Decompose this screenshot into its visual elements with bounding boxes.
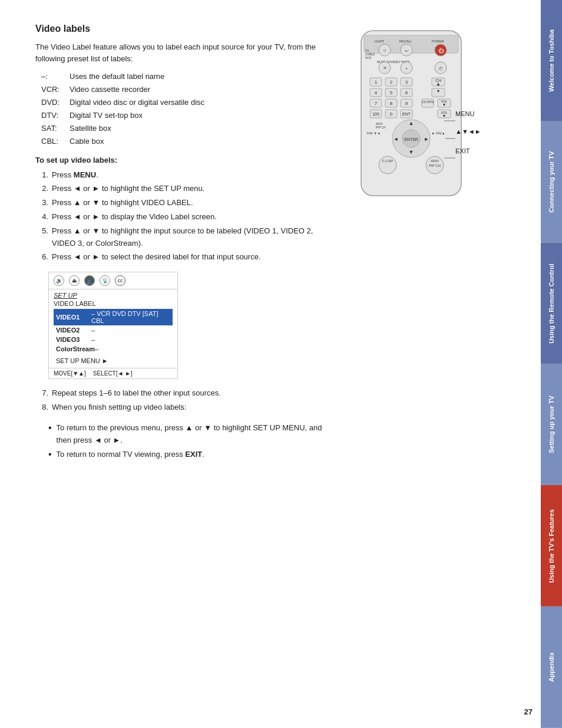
svg-text:1: 1 [375,80,378,85]
tab-appendix[interactable]: Appendix [541,607,562,728]
svg-text:PIP CH: PIP CH [429,164,441,167]
page-number: 27 [524,707,533,716]
label-item-cbl: CBL: Cable box [41,135,335,148]
svg-text:VCR: VCR [365,56,372,60]
step-1: 1. Press MENU. [35,169,335,182]
svg-text:☼: ☼ [382,47,387,53]
screen-footer-select: SELECT[◄ ►] [93,370,133,377]
menu-annotation: MENU [455,109,474,118]
svg-text:6: 6 [405,90,408,95]
tab-remote[interactable]: Using the Remote Control [541,243,562,364]
svg-text:RECALL: RECALL [399,39,412,43]
tab-welcome[interactable]: Welcome to Toshiba [541,0,562,121]
screen-row-video1: VIDEO1 – VCR DVD DTV [SAT] CBL [54,309,173,325]
screen-row-colorstream: ColorStream – [54,344,173,354]
svg-text:↩: ↩ [405,48,409,54]
screen-header: 🔊 ⏏ 📺 📡 cc [49,272,177,289]
svg-text:C.CAP: C.CAP [382,159,393,163]
screen-row-video3: VIDEO3 – [54,335,173,344]
step-8: 8. When you finish setting up video labe… [35,401,335,414]
steps-cont-list: 7. Repeat steps 1–6 to label the other i… [35,387,335,414]
main-content: Video labels The Video Label feature all… [0,0,541,728]
screen-image: 🔊 ⏏ 📺 📡 cc SET UP VIDEO LABEL VIDEO1 – V… [48,272,178,379]
screen-footer-move: MOVE[▼▲] [54,370,86,377]
step-2: 2. Press ◄ or ► to highlight the SET UP … [35,183,335,195]
screen-footer: MOVE[▼▲] SELECT[◄ ►] [49,368,177,378]
svg-text:▲: ▲ [436,81,441,87]
screen-row-video2: VIDEO2 – [54,325,173,335]
svg-text:POWER: POWER [432,39,444,43]
svg-text:PIP CH: PIP CH [376,126,386,129]
steps-list: 1. Press MENU. 2. Press ◄ or ► to highli… [35,169,335,264]
page-title: Video labels [35,24,335,34]
right-column: LIGHT RECALL POWER TV CABLE VCR ☼ ↩ [352,24,517,463]
svg-text:▼: ▼ [442,103,447,107]
svg-text:⏱: ⏱ [438,66,443,71]
bullet-dot-1: • [48,422,52,447]
arrows-annotation: ▲▼◄► [455,127,481,136]
svg-text:100: 100 [372,112,379,116]
label-item-sat: SAT: Satellite box [41,122,335,135]
svg-text:CH RTN: CH RTN [422,100,434,104]
svg-text:ADV/: ADV/ [431,159,439,163]
step-7: 7. Repeat steps 1–6 to label the other i… [35,387,335,400]
svg-text:7: 7 [375,101,378,106]
screen-body: SET UP VIDEO LABEL VIDEO1 – VCR DVD DTV … [49,289,177,368]
step-4: 4. Press ◄ or ► to display the Video Lab… [35,211,335,223]
svg-text:4: 4 [375,90,378,95]
svg-text:8: 8 [390,101,393,106]
svg-text:✕: ✕ [383,65,387,71]
bullet-2: • To return to normal TV viewing, press … [48,449,335,461]
exit-label: EXIT [455,147,470,154]
left-column: Video labels The Video Label feature all… [35,24,335,463]
svg-text:▲: ▲ [409,120,414,126]
bullets-section: • To return to the previous menu, press … [48,422,335,461]
arrows-label: ▲▼◄► [455,128,481,135]
svg-text:▼: ▼ [437,89,441,93]
screen-icon-signal: 📡 [100,275,110,286]
tab-features[interactable]: Using the TV's Features [541,485,562,607]
screen-icon-audio: 🔊 [54,275,64,286]
svg-text:0: 0 [390,111,393,117]
svg-text:⏻: ⏻ [438,48,444,54]
svg-text:ENT: ENT [402,112,411,116]
svg-text:►: ► [424,136,429,142]
bullet-1: • To return to the previous menu, press … [48,422,335,447]
label-item-dash: –: Uses the default label name [41,70,335,83]
exit-annotation: EXIT [455,146,470,155]
side-tabs: Welcome to Toshiba Connecting your TV Us… [541,0,562,728]
svg-text:9: 9 [405,101,408,106]
label-item-dtv: DTV: Digital TV set-top box [41,109,335,122]
svg-text:2: 2 [390,80,393,85]
svg-text:+: + [405,66,408,71]
screen-icon-tv: 📺 [84,275,95,286]
svg-text:5: 5 [390,90,393,95]
svg-text:► FAV▲: ► FAV▲ [432,131,445,135]
intro-text: The Video Label feature allows you to la… [35,41,335,64]
tab-connecting[interactable]: Connecting your TV [541,121,562,243]
remote-area: LIGHT RECALL POWER TV CABLE VCR ☼ ↩ [352,24,505,202]
screen-icon-video: ⏏ [69,275,80,286]
svg-text:3: 3 [405,80,408,85]
setup-heading: To set up video labels: [35,156,335,164]
menu-label: MENU [455,110,474,117]
bullet-dot-2: • [48,449,52,461]
screen-row-setup-menu: SET UP MENU ► [54,356,173,365]
labels-list: –: Uses the default label name VCR: Vide… [41,70,335,149]
svg-text:FAV ▼◄: FAV ▼◄ [367,131,380,135]
label-item-vcr: VCR: Video cassette recorder [41,83,335,96]
screen-menu-label: VIDEO LABEL [54,300,173,307]
screen-section-label: SET UP [54,292,173,299]
svg-text:LIGHT: LIGHT [375,39,385,43]
screen-icon-cc: cc [115,275,125,286]
remote-svg: LIGHT RECALL POWER TV CABLE VCR ☼ ↩ [352,29,470,200]
svg-text:▼: ▼ [442,114,447,118]
step-6: 6. Press ◄ or ► to select the desired la… [35,251,335,263]
step-5: 5. Press ▲ or ▼ to highlight the input s… [35,225,335,250]
tab-setting[interactable]: Setting up your TV [541,364,562,485]
svg-text:ENTER: ENTER [404,137,418,141]
svg-text:◄: ◄ [394,136,399,142]
label-item-dvd: DVD: Digital video disc or digital versa… [41,96,335,109]
step-3: 3. Press ▲ or ▼ to highlight VIDEO LABEL… [35,197,335,209]
svg-text:▼: ▼ [409,149,414,155]
